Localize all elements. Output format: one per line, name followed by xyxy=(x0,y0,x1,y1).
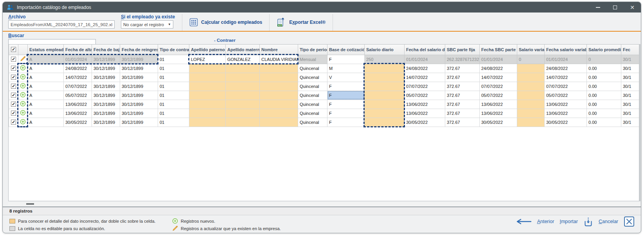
grid-cell[interactable] xyxy=(189,91,226,100)
grid-cell[interactable]: 30/12/1899 xyxy=(120,109,158,118)
grid-cell[interactable]: 30/12/1899 xyxy=(92,73,120,82)
column-header[interactable]: Fecha de baja xyxy=(92,45,120,55)
grid-cell[interactable]: 24/08/2022 xyxy=(480,64,517,73)
grid-cell[interactable] xyxy=(260,109,298,118)
grid-cell[interactable] xyxy=(260,100,298,109)
grid-cell[interactable]: 30/05/2022 xyxy=(545,118,587,127)
grid-cell[interactable]: Quincenal xyxy=(298,73,327,82)
column-header[interactable]: Fecha de alta▴ xyxy=(64,45,92,55)
grid-cell[interactable]: A xyxy=(28,100,64,109)
grid-cell[interactable]: 0.00 xyxy=(587,100,621,109)
left-arrow-icon[interactable] xyxy=(515,218,532,225)
grid-cell[interactable]: 13/06/2022 xyxy=(64,109,92,118)
grid-cell[interactable]: F xyxy=(327,118,365,127)
grid-cell[interactable] xyxy=(226,100,260,109)
grid-cell[interactable] xyxy=(365,64,405,73)
grid-cell[interactable] xyxy=(365,100,405,109)
grid-cell[interactable]: Quincenal xyxy=(298,118,327,127)
horizontal-scrollbar[interactable] xyxy=(8,202,640,206)
grid-cell[interactable]: 13/06/2022 xyxy=(64,100,92,109)
column-header[interactable]: Fec xyxy=(621,45,641,55)
grid-cell[interactable]: 01 xyxy=(158,82,189,91)
calcular-codigo-button[interactable]: Calcular código empleados xyxy=(183,14,268,30)
column-header[interactable]: Apellido materno xyxy=(226,45,260,55)
grid-cell[interactable]: 0.00 xyxy=(587,118,621,127)
column-header[interactable]: Nombre xyxy=(260,45,298,55)
grid-cell[interactable]: 30/05/2022 xyxy=(480,118,517,127)
grid-cell[interactable]: 05/07/2022 xyxy=(545,91,587,100)
row-checkbox-cell[interactable]: ✓ xyxy=(9,100,18,109)
grid-cell[interactable]: 01 xyxy=(158,100,189,109)
checkbox-icon[interactable]: ✓ xyxy=(11,111,16,116)
grid-cell[interactable]: 30/05/2022 xyxy=(64,118,92,127)
grid-cell[interactable] xyxy=(189,109,226,118)
close-button[interactable]: ✕ xyxy=(624,2,641,13)
icon-column-header[interactable] xyxy=(18,45,28,55)
grid-cell[interactable]: 01 xyxy=(158,64,189,73)
grid-cell[interactable]: 24/08/2022 xyxy=(405,64,445,73)
grid-cell[interactable]: 30/1 xyxy=(621,82,641,91)
grid-cell[interactable]: 01/01/2024 xyxy=(480,55,517,64)
row-checkbox-cell[interactable]: ✓ xyxy=(9,91,18,100)
grid-cell[interactable]: 01 xyxy=(158,55,189,64)
column-header[interactable]: Fecha de reingreso xyxy=(120,45,158,55)
import-icon[interactable] xyxy=(583,216,593,227)
grid-cell[interactable]: 30/1 xyxy=(621,55,641,64)
grid-cell[interactable] xyxy=(226,73,260,82)
grid-cell[interactable]: 30/1 xyxy=(621,73,641,82)
grid-cell[interactable] xyxy=(365,73,405,82)
grid-cell[interactable]: A xyxy=(28,73,64,82)
anterior-link[interactable]: Anterior xyxy=(537,219,554,224)
grid-cell[interactable]: Mensual xyxy=(298,55,327,64)
grid-cell[interactable]: 05/07/2022 xyxy=(480,91,517,100)
grid-cell[interactable]: A xyxy=(28,64,64,73)
grid-cell[interactable] xyxy=(517,82,545,91)
grid-cell[interactable]: 0.00 xyxy=(587,91,621,100)
grid-cell[interactable]: 14/07/2022 xyxy=(405,73,445,82)
grid-cell[interactable] xyxy=(260,91,298,100)
grid-cell[interactable]: 372.67 xyxy=(445,82,480,91)
exists-dropdown[interactable]: No cargar el registro ▼ xyxy=(121,20,173,29)
grid-cell[interactable]: 30/12/1899 xyxy=(92,118,120,127)
grid-cell[interactable]: 0 xyxy=(587,55,621,64)
grid-cell[interactable]: 0.00 xyxy=(587,64,621,73)
row-checkbox-cell[interactable]: ✓ xyxy=(9,73,18,82)
grid-cell[interactable]: V xyxy=(327,73,365,82)
grid-cell[interactable]: 262.3287671232 xyxy=(445,55,480,64)
grid-cell[interactable]: LOPEZ xyxy=(189,55,226,64)
grid-cell[interactable] xyxy=(226,91,260,100)
checkbox-icon[interactable]: ✓ xyxy=(11,57,16,62)
grid-cell[interactable] xyxy=(226,82,260,91)
archivo-input[interactable] xyxy=(8,20,115,29)
cancelar-link[interactable]: Cancelar xyxy=(599,219,618,224)
grid-cell[interactable]: 01 xyxy=(158,118,189,127)
grid-cell[interactable] xyxy=(260,64,298,73)
grid-cell[interactable] xyxy=(226,118,260,127)
grid-cell[interactable]: 14/07/2022 xyxy=(545,73,587,82)
grid-cell[interactable] xyxy=(189,118,226,127)
grid-cell[interactable]: 24/08/2022 xyxy=(545,64,587,73)
grid-cell[interactable]: 13/06/2022 xyxy=(405,100,445,109)
grid-cell[interactable]: 13/06/2022 xyxy=(480,109,517,118)
column-header[interactable]: Base de cotización xyxy=(327,45,365,55)
row-checkbox-cell[interactable]: ✓ xyxy=(9,118,18,127)
grid-cell[interactable]: GONZALEZ xyxy=(226,55,260,64)
grid-cell[interactable] xyxy=(517,91,545,100)
grid-cell[interactable] xyxy=(517,100,545,109)
grid-cell[interactable]: 01 xyxy=(158,73,189,82)
grid-cell[interactable]: 30/12/1899 xyxy=(92,82,120,91)
column-header[interactable]: SBC parte fija xyxy=(445,45,480,55)
grid-cell[interactable]: 13/06/2022 xyxy=(480,100,517,109)
grid-cell[interactable]: 05/07/2022 xyxy=(405,91,445,100)
column-header[interactable]: Estatus empleado xyxy=(28,45,64,55)
contraer-link[interactable]: - Contraer xyxy=(214,38,236,43)
grid-cell[interactable]: 30/12/1899 xyxy=(120,118,158,127)
grid-cell[interactable]: Quincenal xyxy=(298,82,327,91)
grid-cell[interactable] xyxy=(517,118,545,127)
grid-cell[interactable]: A xyxy=(28,109,64,118)
minimize-button[interactable] xyxy=(589,2,606,13)
column-header[interactable]: Tipo de periodo xyxy=(298,45,327,55)
grid-cell[interactable]: 0.00 xyxy=(587,109,621,118)
grid-cell[interactable] xyxy=(517,73,545,82)
grid-cell[interactable]: F xyxy=(327,109,365,118)
